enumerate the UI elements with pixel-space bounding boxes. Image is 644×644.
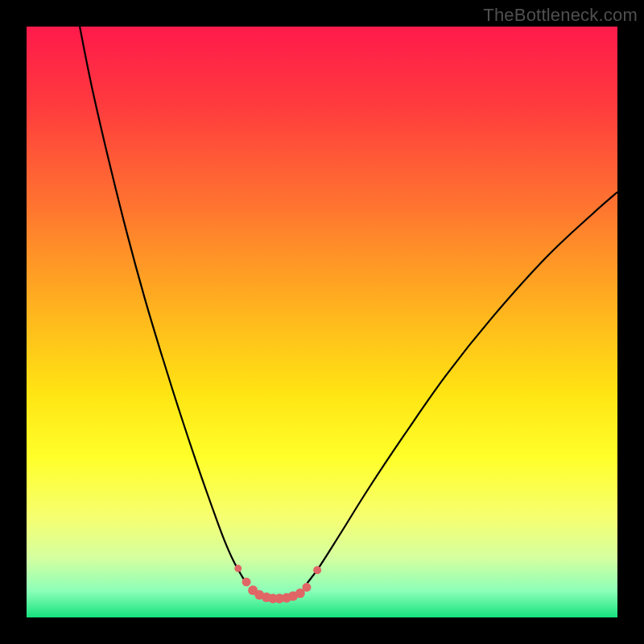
chart-canvas (27, 27, 617, 617)
marker-dot (234, 565, 242, 572)
plot-area (27, 27, 617, 617)
marker-dot (313, 566, 321, 574)
watermark-text: TheBottleneck.com (483, 5, 638, 26)
marker-dot (302, 583, 311, 592)
chart-frame: TheBottleneck.com (0, 0, 644, 644)
gradient-background (27, 27, 617, 617)
marker-dot (242, 577, 251, 586)
